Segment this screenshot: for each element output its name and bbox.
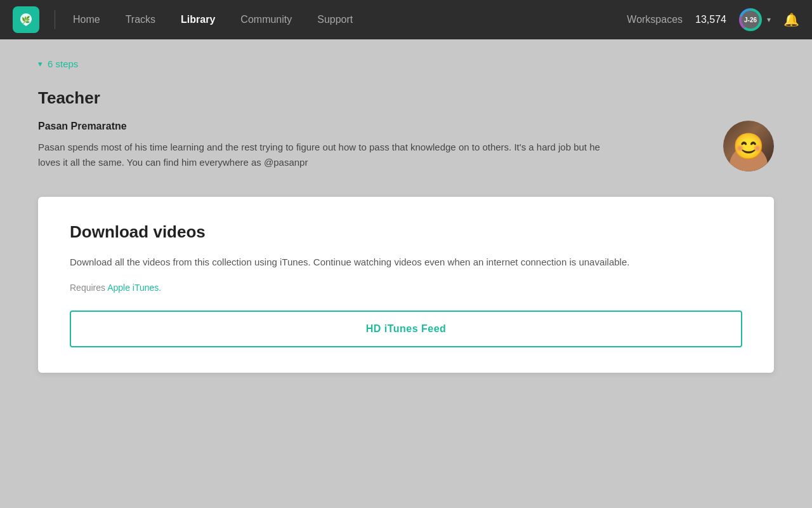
navbar: 🌿 Home Tracks Library Community Support … <box>0 0 812 39</box>
nav-home[interactable]: Home <box>60 0 113 39</box>
nav-right: Workspaces 13,574 J-26 ▾ 🔔 <box>627 8 799 31</box>
steps-chevron-icon: ▾ <box>38 59 43 69</box>
svg-text:🌿: 🌿 <box>22 15 30 24</box>
teacher-avatar-img <box>723 121 774 171</box>
teacher-text: Pasan Premaratne Pasan spends most of hi… <box>38 121 609 170</box>
nav-library[interactable]: Library <box>168 0 228 39</box>
requires-prefix: Requires <box>70 283 107 293</box>
teacher-bio: Pasan spends most of his time learning a… <box>38 140 609 170</box>
nav-points: 13,574 <box>695 14 726 25</box>
nav-avatar: J-26 <box>739 8 762 31</box>
nav-avatar-inner: J-26 <box>742 11 759 29</box>
download-requires: Requires Apple iTunes. <box>70 283 742 293</box>
download-title: Download videos <box>70 222 742 242</box>
teacher-section: Teacher Pasan Premaratne Pasan spends mo… <box>38 88 774 171</box>
nav-avatar-container[interactable]: J-26 ▾ <box>739 8 771 31</box>
steps-toggle[interactable]: ▾ 6 steps <box>38 58 774 69</box>
steps-label: 6 steps <box>48 58 78 69</box>
nav-workspaces[interactable]: Workspaces <box>627 14 683 25</box>
nav-community[interactable]: Community <box>228 0 304 39</box>
nav-bell-icon[interactable]: 🔔 <box>783 12 799 27</box>
steps-section: ▾ 6 steps <box>38 58 774 69</box>
hd-itunes-feed-button[interactable]: HD iTunes Feed <box>70 311 742 347</box>
nav-links: Home Tracks Library Community Support <box>60 0 365 39</box>
nav-support[interactable]: Support <box>304 0 365 39</box>
avatar <box>723 121 774 171</box>
nav-tracks[interactable]: Tracks <box>113 0 168 39</box>
nav-chevron-icon: ▾ <box>767 15 771 24</box>
teacher-name: Pasan Premaratne <box>38 121 609 132</box>
download-description: Download all the videos from this collec… <box>70 255 641 270</box>
nav-divider <box>55 10 55 29</box>
download-card: Download videos Download all the videos … <box>38 197 774 373</box>
apple-itunes-link[interactable]: Apple iTunes. <box>107 283 161 293</box>
logo[interactable]: 🌿 <box>13 6 39 33</box>
teacher-heading: Teacher <box>38 88 774 108</box>
teacher-info: Pasan Premaratne Pasan spends most of hi… <box>38 121 774 171</box>
main-content: ▾ 6 steps Teacher Pasan Premaratne Pasan… <box>0 39 812 508</box>
